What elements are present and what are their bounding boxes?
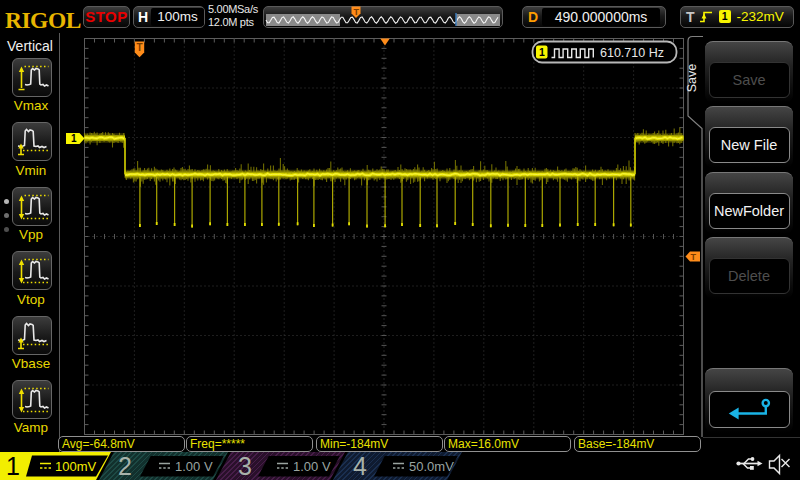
- svg-text:1: 1: [71, 133, 77, 144]
- svg-text:T: T: [137, 42, 143, 53]
- svg-text:1: 1: [539, 46, 545, 58]
- svg-text:610.710 Hz: 610.710 Hz: [600, 46, 664, 60]
- svg-text:T: T: [691, 252, 697, 262]
- svg-text:Save: Save: [685, 64, 699, 93]
- svg-text:T: T: [354, 7, 360, 17]
